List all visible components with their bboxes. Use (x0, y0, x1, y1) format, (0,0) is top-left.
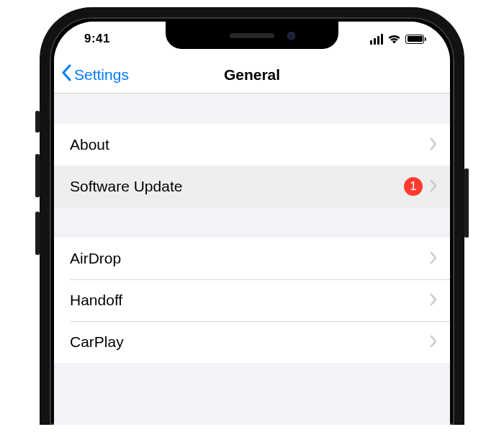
row-airdrop[interactable]: AirDrop (54, 238, 450, 279)
status-time: 9:41 (84, 32, 110, 46)
phone-frame: 9:41 Settings General (40, 7, 464, 425)
row-label: About (70, 136, 430, 153)
status-icons (370, 34, 425, 45)
row-label: Software Update (70, 178, 404, 195)
power-button (464, 168, 469, 238)
list-group-2: AirDrop Handoff CarPlay (54, 238, 450, 363)
row-label: CarPlay (70, 333, 430, 351)
volume-up-button (35, 154, 40, 197)
chevron-right-icon (430, 135, 437, 155)
chevron-right-icon (430, 290, 437, 310)
silence-switch (35, 111, 40, 132)
row-label: Handoff (70, 292, 430, 309)
back-button[interactable]: Settings (61, 64, 129, 85)
screen: 9:41 Settings General (54, 22, 450, 425)
chevron-right-icon (430, 332, 437, 352)
chevron-right-icon (430, 248, 437, 269)
notch (166, 22, 338, 49)
list-group-1: About Software Update 1 (54, 124, 450, 207)
row-software-update[interactable]: Software Update 1 (54, 166, 450, 207)
row-handoff[interactable]: Handoff (54, 279, 450, 321)
back-label: Settings (74, 66, 129, 84)
cellular-signal-icon (370, 34, 384, 45)
battery-icon (405, 35, 424, 44)
section-gap (54, 94, 450, 124)
speaker-grille (230, 33, 274, 38)
chevron-left-icon (61, 64, 71, 85)
volume-down-button (35, 212, 40, 255)
navigation-bar: Settings General (54, 56, 450, 94)
section-gap (54, 207, 450, 238)
chevron-right-icon (430, 176, 437, 197)
row-carplay[interactable]: CarPlay (54, 321, 450, 363)
wifi-icon (387, 34, 401, 44)
row-label: AirDrop (70, 250, 430, 267)
front-camera (287, 32, 295, 40)
row-about[interactable]: About (54, 124, 450, 166)
notification-badge: 1 (404, 177, 423, 196)
